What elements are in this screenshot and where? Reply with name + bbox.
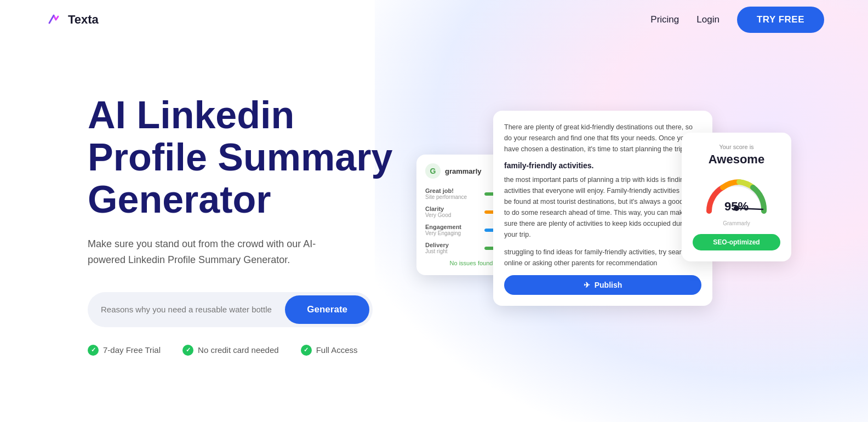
grammarly-label-2: Clarity bbox=[425, 206, 451, 212]
grammarly-sub-3: Very Engaging bbox=[425, 230, 461, 236]
grammarly-sub-4: Just right bbox=[425, 248, 449, 254]
score-card: Your score is Awesome bbox=[682, 133, 791, 261]
feature-no-card-label: No credit card needed bbox=[198, 345, 279, 355]
text-card: There are plenty of great kid-friendly d… bbox=[493, 111, 712, 306]
grammarly-label-3: Engagement bbox=[425, 224, 461, 230]
pricing-link[interactable]: Pricing bbox=[650, 14, 679, 25]
gauge-sub: Grammarly bbox=[693, 220, 780, 226]
feature-access: ✓ Full Access bbox=[301, 345, 358, 356]
score-card-label: Your score is bbox=[693, 144, 780, 150]
features-row: ✓ 7-day Free Trial ✓ No credit card need… bbox=[88, 345, 416, 356]
grammarly-sub-1: Site performance bbox=[425, 194, 467, 200]
publish-bar[interactable]: ✈ Publish bbox=[504, 275, 701, 295]
text-paragraph-2: the most important parts of planning a t… bbox=[504, 174, 701, 240]
search-input[interactable] bbox=[101, 305, 285, 314]
try-free-button[interactable]: TRY FREE bbox=[737, 7, 824, 33]
check-icon-card: ✓ bbox=[182, 345, 193, 356]
svg-rect-0 bbox=[44, 10, 64, 30]
text-paragraph-3: struggling to find ideas for family-frie… bbox=[504, 247, 701, 269]
main-content: AI Linkedin Profile Summary Generator Ma… bbox=[0, 39, 868, 422]
login-link[interactable]: Login bbox=[696, 14, 719, 25]
feature-access-label: Full Access bbox=[316, 345, 358, 355]
publish-label: Publish bbox=[595, 281, 623, 289]
check-icon-trial: ✓ bbox=[88, 345, 99, 356]
navbar: Texta Pricing Login TRY FREE bbox=[0, 0, 868, 39]
grammarly-sub-2: Very Good bbox=[425, 212, 451, 218]
feature-trial-label: 7-day Free Trial bbox=[103, 345, 161, 355]
seo-badge: SEO-optimized bbox=[693, 234, 780, 250]
grammarly-logo: G bbox=[425, 163, 441, 179]
feature-no-card: ✓ No credit card needed bbox=[182, 345, 279, 356]
texta-logo-icon bbox=[44, 10, 64, 30]
grammarly-label-4: Delivery bbox=[425, 242, 449, 248]
gauge-wrapper: 95% bbox=[704, 175, 769, 214]
generate-button[interactable]: Generate bbox=[285, 295, 369, 324]
hero-right: G grammarly Great job! Site performance … bbox=[416, 78, 824, 407]
score-card-title: Awesome bbox=[693, 152, 780, 167]
text-section-title: family-friendly activities. bbox=[504, 161, 701, 170]
gauge-percent: 95% bbox=[724, 199, 749, 214]
nav-links: Pricing Login TRY FREE bbox=[650, 7, 824, 33]
hero-title: AI Linkedin Profile Summary Generator bbox=[88, 94, 416, 221]
grammarly-label-1: Great job! bbox=[425, 187, 467, 194]
publish-icon: ✈ bbox=[584, 281, 590, 289]
hero-left: AI Linkedin Profile Summary Generator Ma… bbox=[88, 72, 416, 356]
check-icon-access: ✓ bbox=[301, 345, 312, 356]
text-paragraph-1: There are plenty of great kid-friendly d… bbox=[504, 122, 701, 155]
feature-trial: ✓ 7-day Free Trial bbox=[88, 345, 161, 356]
logo-text: Texta bbox=[68, 13, 99, 27]
search-row: Generate bbox=[88, 292, 373, 327]
hero-subtitle: Make sure you stand out from the crowd w… bbox=[88, 236, 351, 268]
grammarly-name: grammarly bbox=[445, 167, 481, 175]
logo[interactable]: Texta bbox=[44, 10, 99, 30]
